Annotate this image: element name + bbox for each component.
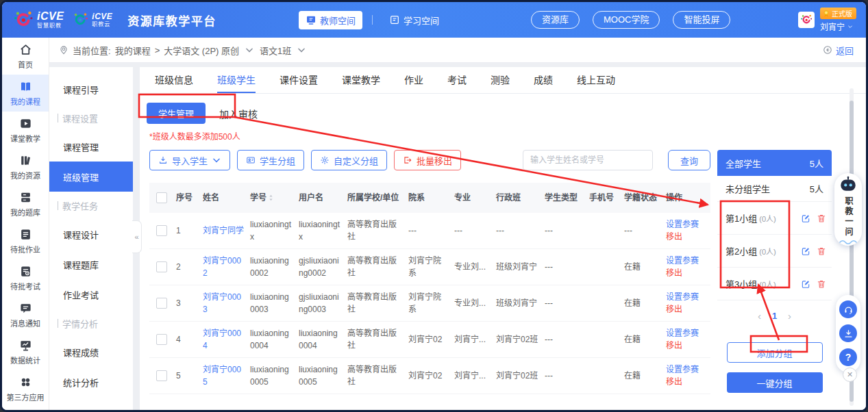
all-students-header[interactable]: 全部学生 5人: [717, 150, 832, 176]
chevron-down-icon[interactable]: [297, 45, 306, 55]
cell-status: 在籍: [621, 329, 663, 350]
cell-name[interactable]: 刘宵宁同学: [200, 220, 247, 241]
sidebar-item-third-party-apps[interactable]: 第三方应用: [2, 370, 49, 407]
sidebar-item-notifications[interactable]: 消息通知: [2, 296, 49, 333]
group-row-1[interactable]: 第1小组(0人): [717, 202, 832, 235]
edit-group-icon[interactable]: [801, 246, 810, 256]
cell-student_id: liuxiaoningtx: [247, 214, 296, 247]
tab-classroom-teaching[interactable]: 课堂教学: [342, 67, 380, 93]
menu-item-class-management[interactable]: 班级管理: [49, 162, 133, 192]
breadcrumb-class-select[interactable]: 语文1班: [260, 44, 291, 57]
subtab-student-management[interactable]: 学生管理: [147, 103, 206, 124]
set-competition-link[interactable]: 设置参赛: [666, 363, 708, 376]
sidebar-item-my-courses[interactable]: 我的课程: [2, 75, 49, 112]
edit-group-icon[interactable]: [801, 279, 810, 289]
menu-item-course-design[interactable]: 课程设计: [49, 219, 133, 249]
row-checkbox[interactable]: [156, 298, 167, 309]
row-checkbox[interactable]: [156, 334, 167, 345]
tab-courseware-settings[interactable]: 课件设置: [280, 67, 318, 93]
group-row-2[interactable]: 第2小组(0人): [717, 235, 832, 268]
tab-class-students[interactable]: 班级学生: [217, 67, 256, 93]
remove-student-link[interactable]: 移出: [666, 376, 708, 388]
ungrouped-students-row[interactable]: 未分组学生 5人: [717, 176, 832, 202]
download-button[interactable]: [839, 324, 857, 342]
menu-section-learning-analysis: 学情分析: [49, 309, 133, 337]
row-checkbox[interactable]: [156, 370, 167, 381]
back-button[interactable]: 返回: [823, 44, 854, 57]
group-row-3[interactable]: 第3小组(0人): [717, 268, 832, 300]
current-page[interactable]: 1: [772, 311, 777, 321]
prev-page-arrow[interactable]: ‹: [758, 310, 761, 322]
sidebar-item-data-statistics[interactable]: 数据统计: [2, 333, 49, 370]
next-page-arrow[interactable]: ›: [788, 310, 791, 322]
tab-online-interaction[interactable]: 线上互动: [577, 67, 615, 93]
cell-department: 刘宵宁02: [406, 365, 451, 386]
sidebar-item-classroom-teaching[interactable]: 课堂教学: [2, 112, 49, 149]
menu-item-course-guide[interactable]: 课程引导: [49, 74, 133, 104]
breadcrumb-root[interactable]: 我的课程: [115, 44, 151, 57]
student-grouping-button[interactable]: 学生分组: [237, 150, 304, 170]
sidebar-item-pending-exams[interactable]: 待批考试: [2, 259, 49, 296]
cell-name[interactable]: 刘宵宁0004: [200, 323, 247, 356]
tab-grades[interactable]: 成绩: [534, 67, 553, 93]
column-header-label: 院系: [408, 192, 449, 204]
delete-group-icon[interactable]: [817, 214, 826, 223]
column-header-label: 姓名: [203, 192, 245, 204]
assistant-widget[interactable]: 职教一问: [834, 173, 862, 246]
set-competition-link[interactable]: 设置参赛: [666, 218, 708, 231]
cell-admin_class: ---: [493, 220, 542, 241]
student-search-input[interactable]: [523, 150, 653, 170]
remove-student-link[interactable]: 移出: [666, 231, 708, 243]
search-button[interactable]: 查询: [668, 150, 710, 170]
breadcrumb-course-select[interactable]: 大学语文 (2P) 原创: [164, 44, 239, 57]
menu-item-course-management[interactable]: 课程管理: [49, 131, 133, 162]
user-area[interactable]: 正式版 刘宵宁: [798, 2, 856, 38]
header-pill-2[interactable]: 智能投屏: [673, 11, 730, 29]
menu-item-course-question-bank[interactable]: 课程题库: [49, 249, 133, 279]
collapse-sidebar-handle[interactable]: «: [132, 220, 142, 253]
row-checkbox[interactable]: [156, 225, 167, 236]
sidebar-item-pending-homework[interactable]: 待批作业: [2, 222, 49, 259]
set-competition-link[interactable]: 设置参赛: [666, 255, 708, 267]
icve-zhijiaoyun-logo[interactable]: iCVE 职教云: [72, 12, 112, 28]
sidebar-item-my-resources[interactable]: 我的资源: [2, 149, 49, 185]
row-checkbox[interactable]: [156, 261, 167, 272]
cell-name[interactable]: 刘宵宁0005: [200, 359, 247, 392]
nav-teacher-space[interactable]: 教师空间: [299, 11, 362, 29]
collapse-floating-toolbar-button[interactable]: ✕: [843, 368, 857, 382]
delete-group-icon[interactable]: [817, 246, 826, 256]
chevron-down-icon[interactable]: [245, 45, 254, 55]
user-name[interactable]: 刘宵宁: [820, 21, 853, 32]
batch-remove-button[interactable]: 批量移出: [394, 150, 461, 170]
sidebar-item-home[interactable]: 首页: [2, 38, 49, 75]
one-click-group-button[interactable]: 一键分组: [727, 372, 823, 393]
sidebar-item-question-bank[interactable]: 我的题库: [2, 185, 49, 222]
set-competition-link[interactable]: 设置参赛: [666, 291, 708, 303]
tab-class-info[interactable]: 班级信息: [155, 67, 193, 93]
set-competition-link[interactable]: 设置参赛: [666, 327, 708, 339]
header-pill-0[interactable]: 资源库: [531, 11, 580, 29]
cell-name[interactable]: 刘宵宁0003: [200, 287, 247, 320]
remove-student-link[interactable]: 移出: [666, 339, 708, 352]
tab-homework[interactable]: 作业: [404, 67, 423, 93]
remove-student-link[interactable]: 移出: [666, 303, 708, 316]
delete-group-icon[interactable]: [817, 279, 826, 289]
cell-name[interactable]: 刘宵宁0002: [200, 250, 247, 283]
remove-student-link[interactable]: 移出: [666, 267, 708, 279]
select-all-checkbox[interactable]: [156, 192, 167, 203]
subtab-join-review[interactable]: 加入审核: [219, 107, 258, 120]
menu-item-homework-exam[interactable]: 作业考试: [49, 279, 133, 309]
nav-learning-space[interactable]: 学习空间: [382, 11, 446, 29]
menu-item-statistics-analysis[interactable]: 统计分析: [49, 367, 133, 397]
edit-group-icon[interactable]: [801, 214, 810, 223]
tab-exam[interactable]: 考试: [447, 67, 467, 93]
tab-quiz[interactable]: 测验: [491, 67, 510, 93]
header-pill-1[interactable]: MOOC学院: [593, 11, 660, 29]
custom-grouping-button[interactable]: 自定义分组: [311, 150, 387, 170]
import-students-button[interactable]: 导入学生: [149, 150, 230, 170]
menu-item-course-grades[interactable]: 课程成绩: [49, 337, 133, 367]
customer-service-button[interactable]: [839, 300, 857, 318]
add-group-button[interactable]: 添加分组: [727, 342, 823, 363]
icve-zhihui-zhijiao-logo[interactable]: iCVE 智慧职教: [13, 10, 64, 30]
help-button[interactable]: ?: [839, 348, 857, 366]
